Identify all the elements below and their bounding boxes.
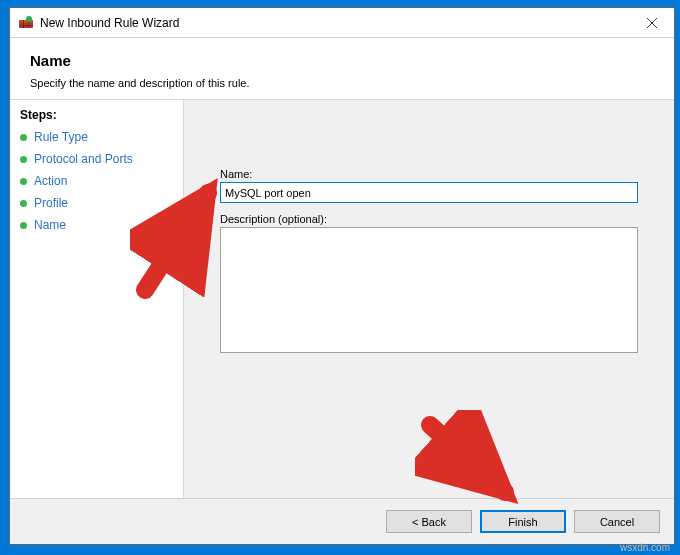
step-label: Action (34, 174, 67, 188)
bullet-icon (20, 178, 27, 185)
step-name[interactable]: Name (10, 214, 183, 236)
name-field-group: Name: (220, 168, 638, 203)
bullet-icon (20, 134, 27, 141)
step-label: Profile (34, 196, 68, 210)
step-action[interactable]: Action (10, 170, 183, 192)
watermark: wsxdn.com (620, 542, 670, 553)
step-label: Rule Type (34, 130, 88, 144)
page-title: Name (30, 52, 654, 69)
bullet-icon (20, 156, 27, 163)
name-label: Name: (220, 168, 638, 180)
header-area: Name Specify the name and description of… (10, 38, 674, 100)
body-area: Steps: Rule Type Protocol and Ports Acti… (10, 100, 674, 498)
description-label: Description (optional): (220, 213, 638, 225)
step-protocol-ports[interactable]: Protocol and Ports (10, 148, 183, 170)
svg-rect-2 (19, 25, 33, 26)
svg-rect-3 (23, 20, 24, 28)
button-bar: < Back Finish Cancel (10, 498, 674, 544)
description-textarea[interactable] (220, 227, 638, 353)
cancel-button[interactable]: Cancel (574, 510, 660, 533)
steps-header: Steps: (10, 106, 183, 126)
step-label: Protocol and Ports (34, 152, 133, 166)
steps-panel: Steps: Rule Type Protocol and Ports Acti… (10, 100, 184, 498)
step-profile[interactable]: Profile (10, 192, 183, 214)
page-subtitle: Specify the name and description of this… (30, 77, 654, 89)
close-button[interactable] (629, 8, 674, 37)
svg-point-5 (26, 16, 32, 22)
close-icon (647, 18, 657, 28)
firewall-icon (18, 15, 34, 31)
finish-button[interactable]: Finish (480, 510, 566, 533)
wizard-window: New Inbound Rule Wizard Name Specify the… (9, 7, 675, 545)
content-panel: Name: Description (optional): (184, 100, 674, 498)
title-bar: New Inbound Rule Wizard (10, 8, 674, 38)
bullet-icon (20, 200, 27, 207)
back-button[interactable]: < Back (386, 510, 472, 533)
window-title: New Inbound Rule Wizard (40, 16, 629, 30)
bullet-icon (20, 222, 27, 229)
step-rule-type[interactable]: Rule Type (10, 126, 183, 148)
name-input[interactable] (220, 182, 638, 203)
step-label: Name (34, 218, 66, 232)
description-field-group: Description (optional): (220, 213, 638, 356)
